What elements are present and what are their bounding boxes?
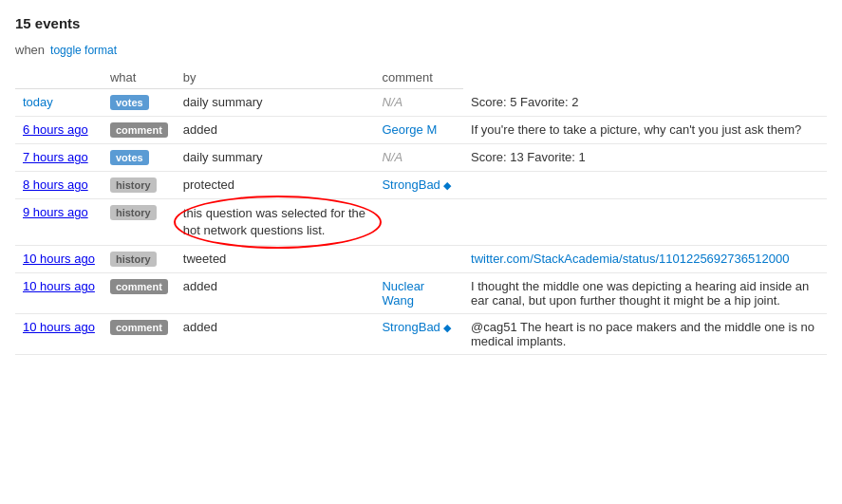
event-when: 6 hours ago xyxy=(15,117,103,144)
event-comment xyxy=(463,199,827,246)
col-when xyxy=(15,66,103,89)
event-badge-cell: history xyxy=(103,246,176,273)
table-row: 10 hours agocommentaddedNuclear WangI th… xyxy=(15,273,827,314)
event-comment: Score: 13 Favorite: 1 xyxy=(463,144,827,172)
event-when: 9 hours ago xyxy=(15,199,103,246)
table-row: 9 hours agohistorythis question was sele… xyxy=(15,199,827,246)
event-when: 10 hours ago xyxy=(15,314,103,355)
event-badge: comment xyxy=(110,122,168,138)
event-by: StrongBad ◆ xyxy=(374,172,463,199)
event-by: Nuclear Wang xyxy=(374,273,463,314)
event-what: added xyxy=(176,117,375,144)
event-by xyxy=(374,246,463,273)
event-what: added xyxy=(176,314,375,355)
event-badge: history xyxy=(110,177,157,193)
event-badge: votes xyxy=(110,150,149,165)
toggle-format-link[interactable]: toggle format xyxy=(50,44,117,57)
table-row: 10 hours agocommentaddedStrongBad ◆@cag5… xyxy=(15,314,827,355)
col-by: by xyxy=(176,66,375,89)
event-when: 8 hours ago xyxy=(15,172,103,199)
event-comment: twitter.com/StackAcademia/status/1101225… xyxy=(463,246,827,273)
event-badge: history xyxy=(110,252,157,267)
event-badge-cell: history xyxy=(103,199,176,246)
event-badge: votes xyxy=(110,95,149,110)
event-comment: @cag51 The heart is no pace makers and t… xyxy=(463,314,827,355)
event-by: N/A xyxy=(374,144,463,172)
table-row: 10 hours agohistorytweetedtwitter.com/St… xyxy=(15,246,827,273)
event-by: George M xyxy=(374,117,463,144)
event-badge: history xyxy=(110,205,157,220)
event-by: N/A xyxy=(374,89,463,117)
table-row: 6 hours agocommentaddedGeorge MIf you're… xyxy=(15,117,827,144)
when-label: when xyxy=(15,43,45,57)
col-what: what xyxy=(103,66,176,89)
event-what: added xyxy=(176,273,375,314)
event-when: 7 hours ago xyxy=(15,144,103,172)
table-row: todayvotesdaily summaryN/AScore: 5 Favor… xyxy=(15,89,827,117)
event-comment xyxy=(463,172,827,199)
event-what: this question was selected for the hot n… xyxy=(176,199,375,246)
event-when: today xyxy=(15,89,103,117)
event-by: StrongBad ◆ xyxy=(374,314,463,355)
event-comment: If you're there to take a picture, why c… xyxy=(463,117,827,144)
event-what: daily summary xyxy=(176,89,375,117)
event-badge: comment xyxy=(110,279,168,294)
event-what: daily summary xyxy=(176,144,375,172)
event-by xyxy=(374,199,463,246)
event-badge-cell: comment xyxy=(103,273,176,314)
col-comment: comment xyxy=(374,66,463,89)
event-badge-cell: comment xyxy=(103,314,176,355)
event-comment: Score: 5 Favorite: 2 xyxy=(463,89,827,117)
event-badge-cell: votes xyxy=(103,144,176,172)
event-badge: comment xyxy=(110,320,168,335)
event-badge-cell: comment xyxy=(103,117,176,144)
event-what: protected xyxy=(176,172,375,199)
event-badge-cell: history xyxy=(103,172,176,199)
event-when: 10 hours ago xyxy=(15,246,103,273)
event-what: tweeted xyxy=(176,246,375,273)
table-row: 7 hours agovotesdaily summaryN/AScore: 1… xyxy=(15,144,827,172)
event-badge-cell: votes xyxy=(103,89,176,117)
table-row: 8 hours agohistoryprotectedStrongBad ◆ xyxy=(15,172,827,199)
page-title: 15 events xyxy=(15,15,827,31)
event-comment: I thought the middle one was depicting a… xyxy=(463,273,827,314)
event-when: 10 hours ago xyxy=(15,273,103,314)
